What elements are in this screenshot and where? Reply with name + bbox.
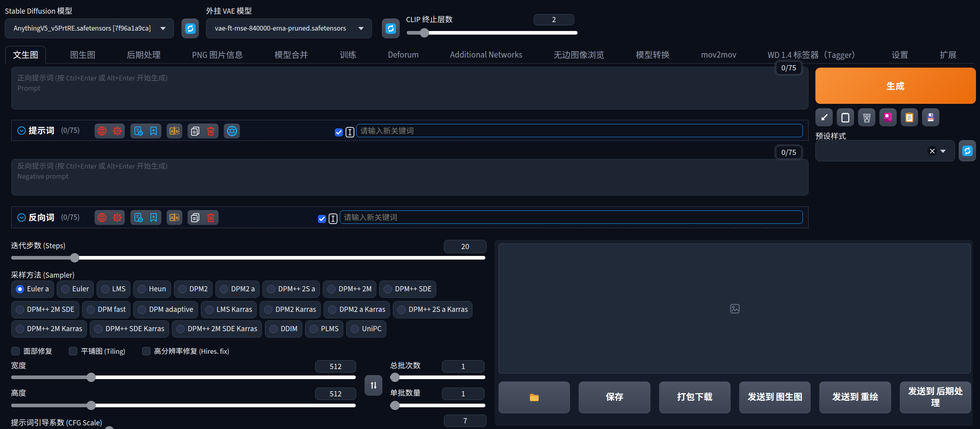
svg-text:A: A [170,128,173,134]
svg-text:B: B [175,215,178,221]
svg-text:B: B [175,128,178,134]
svg-text:A: A [170,215,173,221]
